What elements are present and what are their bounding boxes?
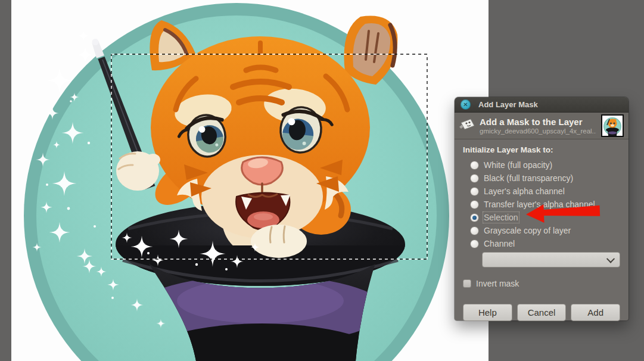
chevron-down-icon — [606, 255, 615, 263]
radio-button[interactable] — [470, 187, 479, 196]
radio-button[interactable] — [470, 161, 479, 170]
cancel-button[interactable]: Cancel — [517, 304, 567, 321]
dialog-header: Add a Mask to the Layer gmicky_deevad600… — [455, 113, 629, 139]
dialog-body: Initialize Layer Mask to: White (full op… — [455, 139, 629, 321]
image-canvas[interactable] — [11, 0, 489, 361]
radio-white-full-opacity[interactable]: White (full opacity) — [470, 158, 620, 172]
layer-mask-icon — [459, 118, 475, 133]
artwork-tiger-illustration — [11, 0, 489, 361]
radio-black-full-transparency[interactable]: Black (full transparency) — [470, 172, 620, 185]
radio-button[interactable] — [470, 239, 479, 248]
layer-name: gmicky_deevad600_upscayl_4x_real... — [480, 127, 596, 135]
initialize-label: Initialize Layer Mask to: — [463, 145, 620, 154]
invert-mask-row[interactable]: Invert mask — [463, 278, 620, 289]
dialog-titlebar[interactable]: ✕ Add Layer Mask — [455, 97, 629, 113]
radio-button[interactable] — [470, 226, 479, 235]
tiger-paw-on-brim — [251, 225, 307, 258]
radio-selection[interactable]: Selection — [470, 211, 620, 224]
radio-button[interactable] — [470, 200, 479, 209]
layer-thumbnail — [601, 114, 624, 137]
dialog-heading: Add a Mask to the Layer — [480, 117, 596, 127]
channel-dropdown[interactable] — [482, 252, 620, 267]
radio-button[interactable] — [470, 174, 479, 183]
dialog-buttons: Help Cancel Add — [463, 304, 620, 321]
radio-button[interactable] — [470, 213, 479, 222]
radio-grayscale-copy-of-layer[interactable]: Grayscale copy of layer — [470, 224, 620, 237]
add-layer-mask-dialog: ✕ Add Layer Mask Add a Mask to the Layer… — [455, 97, 629, 320]
radio-channel[interactable]: Channel — [470, 237, 620, 250]
add-button[interactable]: Add — [571, 304, 620, 321]
close-icon[interactable]: ✕ — [461, 99, 471, 110]
invert-mask-checkbox[interactable] — [463, 279, 471, 288]
dialog-title: Add Layer Mask — [478, 100, 538, 109]
radio-transfer-layers-alpha-channel[interactable]: Transfer layer's alpha channel — [470, 198, 620, 211]
radio-layers-alpha-channel[interactable]: Layer's alpha channel — [470, 185, 620, 198]
help-button[interactable]: Help — [463, 304, 512, 321]
